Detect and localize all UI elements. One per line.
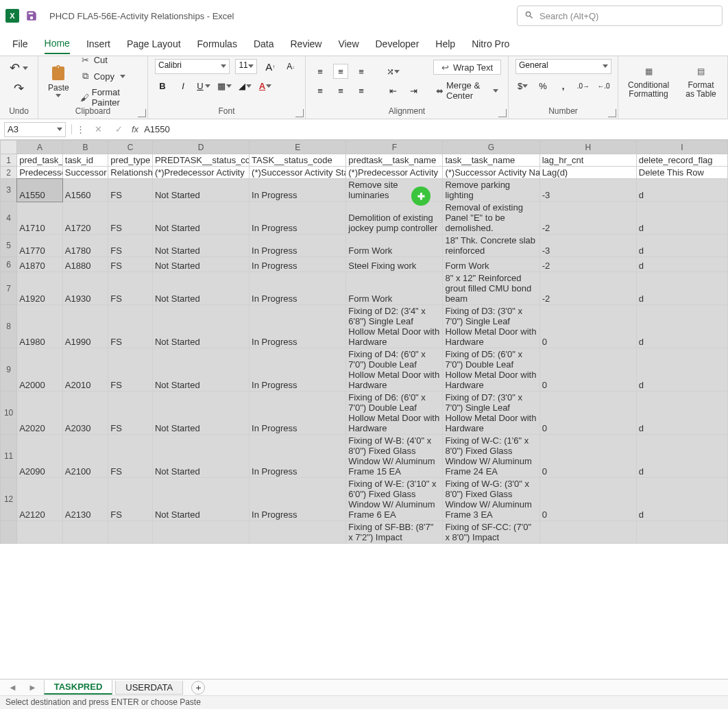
currency-button[interactable]: $ [515,78,530,93]
data-cell[interactable]: d [636,179,727,202]
menu-formulas[interactable]: Formulas [197,34,237,53]
menu-file[interactable]: File [12,34,28,53]
italic-button[interactable]: I [175,78,191,93]
header-cell[interactable]: task_id [62,154,108,167]
fill-color-button[interactable]: ◢ [237,78,252,93]
data-cell[interactable]: A2000 [17,348,63,392]
align-bottom-button[interactable]: ≡ [354,64,369,79]
conditional-formatting-button[interactable]: ▦ Conditional Formatting [625,62,672,100]
data-cell[interactable]: A1780 [62,235,108,257]
menu-page-layout[interactable]: Page Layout [127,34,181,53]
data-cell[interactable]: d [636,202,727,235]
header-cell[interactable]: PREDTASK__status_code [152,154,249,167]
data-cell[interactable]: In Progress [250,435,346,478]
data-cell[interactable]: Fixing of D6: (6'0" x 7'0") Double Leaf … [346,392,443,435]
data-cell[interactable]: FS [108,348,153,392]
row-header[interactable]: 9 [1,348,17,392]
data-cell[interactable] [250,521,346,544]
row-header[interactable]: 8 [1,305,17,348]
data-cell[interactable]: 0 [539,478,636,521]
data-cell[interactable]: Not Started [152,257,249,272]
col-header-H[interactable]: H [539,141,636,154]
header-cell[interactable]: delete_record_flag [636,154,727,167]
data-cell[interactable]: FS [108,202,153,235]
data-cell[interactable]: FS [108,478,153,521]
data-cell[interactable]: A1920 [17,272,63,305]
header-cell[interactable]: (*)Successor Activity Status [250,167,346,179]
header-cell[interactable]: Relationship [108,167,153,179]
data-cell[interactable]: A2100 [62,435,108,478]
data-cell[interactable]: Fixing of SF-CC: (7'0" x 8'0") Impact [443,521,539,544]
increase-decimal-button[interactable]: .0→ [576,78,590,93]
menu-insert[interactable]: Insert [86,34,110,53]
row-header[interactable]: 1 [1,154,17,167]
formula-text[interactable]: A1550 [144,124,170,134]
dialog-launcher-icon[interactable] [295,109,304,117]
data-cell[interactable]: A2120 [17,478,63,521]
orientation-button[interactable]: ⤮ [385,64,400,79]
spreadsheet-grid[interactable]: ABCDEFGHI1pred_task_idtask_idpred_typePR… [0,140,728,544]
menu-home[interactable]: Home [45,34,70,54]
data-cell[interactable]: A2030 [62,392,108,435]
header-cell[interactable]: Successor [62,167,108,179]
data-cell[interactable]: 0 [539,348,636,392]
data-cell[interactable]: Fixing of W-G: (3'0" x 8'0") Fixed Glass… [443,478,539,521]
tab-nav-next[interactable]: ► [24,682,41,693]
dialog-launcher-icon[interactable] [498,109,507,117]
cut-button[interactable]: ✂Cut [77,53,141,67]
data-cell[interactable]: d [636,392,727,435]
format-as-table-button[interactable]: ▤ Format as Table [681,62,720,100]
font-color-button[interactable]: A [258,78,273,93]
data-cell[interactable]: In Progress [250,257,346,272]
dialog-launcher-icon[interactable] [608,109,616,117]
data-cell[interactable]: Not Started [152,235,249,257]
data-cell[interactable]: FS [108,179,153,202]
data-cell[interactable]: d [636,348,727,392]
data-cell[interactable]: d [636,235,727,257]
data-cell[interactable]: 0 [539,305,636,348]
data-cell[interactable]: FS [108,257,153,272]
format-painter-button[interactable]: 🖌Format Painter [77,86,141,109]
underline-button[interactable]: U [196,78,211,93]
col-header-C[interactable]: C [108,141,153,154]
data-cell[interactable]: A1560 [62,179,108,202]
data-cell[interactable] [152,521,249,544]
menu-help[interactable]: Help [435,34,455,53]
undo-button[interactable]: ↶ [7,59,31,77]
row-header[interactable]: 12 [1,478,17,521]
col-header-G[interactable]: G [443,141,539,154]
col-header-F[interactable]: F [346,141,443,154]
data-cell[interactable]: A2010 [62,348,108,392]
select-all-cell[interactable] [1,141,17,154]
data-cell[interactable]: Fixing of D2: (3'4" x 6'8") Single Leaf … [346,305,443,348]
data-cell[interactable]: A1710 [17,202,63,235]
align-left-button[interactable]: ≡ [313,83,328,98]
data-cell[interactable]: A1930 [62,272,108,305]
data-cell[interactable]: A1990 [62,305,108,348]
data-cell[interactable]: Steel Fixing work [346,257,443,272]
data-cell[interactable]: d [636,272,727,305]
data-cell[interactable]: 0 [539,435,636,478]
data-cell[interactable]: A1980 [17,305,63,348]
data-cell[interactable]: d [636,257,727,272]
row-header[interactable]: 3 [1,179,17,202]
merge-center-button[interactable]: ⬌Merge & Center [433,79,501,102]
row-header[interactable]: 6 [1,257,17,272]
decrease-font-button[interactable]: A↓ [283,59,298,74]
row-header[interactable] [1,521,17,544]
data-cell[interactable]: Not Started [152,202,249,235]
data-cell[interactable]: In Progress [250,348,346,392]
header-cell[interactable]: (*)Predecessor Activity [152,167,249,179]
dialog-launcher-icon[interactable] [138,109,146,117]
data-cell[interactable]: Fixing of D5: (6'0" x 7'0") Double Leaf … [443,348,539,392]
menu-review[interactable]: Review [291,34,322,53]
paste-button[interactable]: Paste [45,64,72,99]
data-cell[interactable]: FS [108,435,153,478]
font-size-select[interactable]: 11 [235,59,257,74]
data-cell[interactable] [62,521,108,544]
data-cell[interactable]: Fixing of D3: (3'0" x 7'0") Single Leaf … [443,305,539,348]
data-cell[interactable]: Form Work [346,235,443,257]
enter-formula-button[interactable]: ✓ [111,122,126,137]
data-cell[interactable]: -3 [539,235,636,257]
bold-button[interactable]: B [155,78,170,93]
